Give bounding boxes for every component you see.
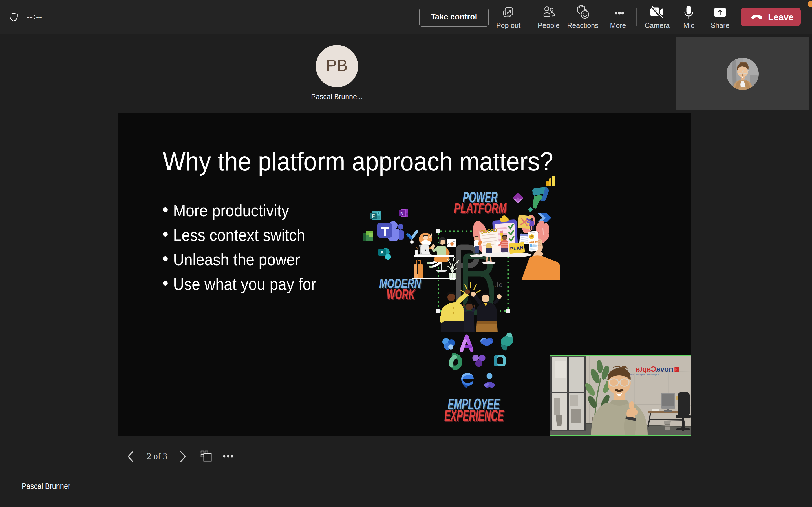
svg-text:novaCapta: novaCapta — [636, 365, 673, 373]
